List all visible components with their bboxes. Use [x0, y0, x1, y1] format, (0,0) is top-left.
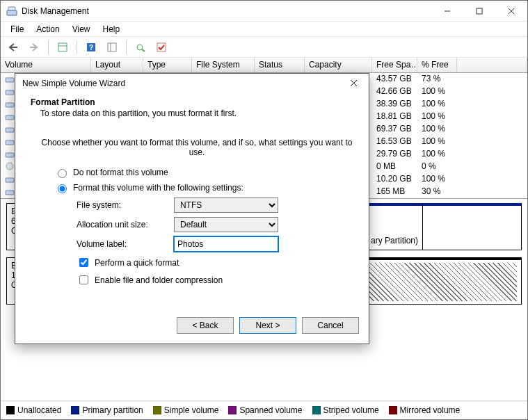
radio-format[interactable]: Format this volume with the following se…: [54, 182, 353, 193]
titlebar: Disk Management: [1, 1, 527, 22]
radio-noformat-input[interactable]: [58, 169, 67, 178]
partition-status: ary Partition): [371, 236, 418, 245]
col-status[interactable]: Status: [255, 58, 305, 72]
toolbar-refresh-icon[interactable]: [132, 40, 149, 55]
filesystem-label: File system:: [77, 200, 174, 210]
window-buttons: [431, 1, 527, 21]
svg-rect-8: [58, 43, 67, 51]
radio-noformat-label: Do not format this volume: [73, 168, 168, 177]
svg-point-14: [137, 45, 143, 50]
allocation-label: Allocation unit size:: [77, 220, 174, 229]
svg-rect-0: [7, 10, 17, 15]
svg-rect-19: [6, 103, 14, 107]
dialog-heading: Format Partition: [31, 97, 353, 107]
allocation-select[interactable]: Default: [174, 217, 278, 232]
dialog-buttons: < Back Next > Cancel: [15, 310, 369, 344]
dialog-body: Format Partition To store data on this p…: [15, 93, 369, 310]
volumelabel-label: Volume label:: [77, 239, 174, 249]
volume-list-header: Volume Layout Type File System Status Ca…: [1, 58, 527, 73]
col-freespace[interactable]: Free Spa…: [372, 58, 417, 72]
svg-rect-20: [6, 115, 14, 120]
toolbar-layout-icon[interactable]: [104, 40, 120, 55]
radio-format-input[interactable]: [58, 184, 67, 193]
dialog-close-button[interactable]: [345, 78, 362, 89]
col-capacity[interactable]: Capacity: [305, 58, 372, 72]
col-filesystem[interactable]: File System: [192, 58, 255, 72]
toolbar-help-icon[interactable]: ?: [83, 40, 99, 55]
menu-view[interactable]: View: [67, 23, 96, 35]
legend-unallocated: Unallocated: [6, 405, 61, 415]
partition[interactable]: [422, 203, 522, 250]
legend-swatch: [312, 406, 321, 414]
col-volume[interactable]: Volume: [1, 58, 91, 72]
next-button[interactable]: Next >: [239, 317, 296, 334]
minimize-button[interactable]: [431, 1, 463, 21]
radio-format-label: Format this volume with the following se…: [73, 183, 243, 193]
legend-mirrored: Mirrored volume: [389, 405, 461, 415]
legend-spanned: Spanned volume: [228, 405, 302, 415]
filesystem-row: File system: NTFS: [77, 197, 353, 213]
legend-swatch: [71, 406, 79, 414]
svg-rect-12: [108, 43, 116, 51]
toolbar-separator: [48, 40, 49, 54]
volumelabel-input[interactable]: [174, 236, 278, 252]
svg-line-15: [142, 49, 145, 51]
menu-help[interactable]: Help: [97, 23, 126, 35]
col-pctfree[interactable]: % Free: [417, 58, 457, 72]
filesystem-select[interactable]: NTFS: [174, 197, 278, 213]
forward-button[interactable]: [26, 40, 42, 55]
compression-label: Enable file and folder compression: [95, 275, 223, 285]
col-layout[interactable]: Layout: [91, 58, 143, 72]
legend-swatch: [153, 406, 161, 414]
compression-checkbox[interactable]: [79, 275, 88, 284]
menubar: File Action View Help: [1, 22, 527, 37]
compression-row[interactable]: Enable file and folder compression: [77, 273, 353, 286]
window-title: Disk Management: [22, 6, 431, 16]
svg-rect-21: [6, 128, 14, 132]
toolbar: ?: [1, 37, 527, 58]
legend-swatch: [6, 406, 15, 414]
menu-file[interactable]: File: [5, 23, 29, 35]
svg-rect-23: [6, 153, 14, 157]
svg-point-24: [6, 163, 13, 170]
svg-rect-25: [6, 178, 14, 182]
svg-rect-16: [157, 43, 166, 51]
new-volume-wizard-dialog: New Simple Volume Wizard Format Partitio…: [15, 73, 369, 344]
radio-noformat[interactable]: Do not format this volume: [54, 167, 353, 178]
legend-swatch: [389, 406, 397, 414]
main-window: Disk Management File Action View Help ? …: [0, 0, 528, 420]
dialog-title: New Simple Volume Wizard: [22, 79, 345, 88]
back-button[interactable]: < Back: [177, 317, 234, 334]
svg-text:?: ?: [89, 44, 93, 51]
back-button[interactable]: [5, 40, 22, 55]
toolbar-separator: [77, 40, 77, 54]
svg-rect-3: [477, 8, 482, 14]
maximize-button[interactable]: [463, 1, 495, 21]
app-icon: [6, 6, 17, 17]
allocation-row: Allocation unit size: Default: [77, 217, 353, 232]
legend-striped: Striped volume: [312, 405, 379, 415]
toolbar-view-icon[interactable]: [54, 40, 71, 55]
quickformat-row[interactable]: Perform a quick format: [77, 256, 353, 269]
cancel-button[interactable]: Cancel: [302, 317, 359, 334]
col-spacer: [457, 58, 527, 72]
col-type[interactable]: Type: [143, 58, 192, 72]
dialog-instruction: Choose whether you want to format this v…: [40, 138, 353, 157]
svg-rect-26: [6, 191, 14, 195]
close-button[interactable]: [495, 1, 527, 21]
svg-rect-1: [8, 7, 15, 10]
toolbar-check-icon[interactable]: [153, 40, 170, 55]
dialog-subheading: To store data on this partition, you mus…: [40, 108, 353, 118]
legend: Unallocated Primary partition Simple vol…: [1, 401, 527, 419]
volumelabel-row: Volume label:: [77, 236, 353, 252]
quickformat-checkbox[interactable]: [79, 258, 88, 267]
legend-primary: Primary partition: [71, 405, 143, 415]
toolbar-separator: [126, 40, 127, 54]
quickformat-label: Perform a quick format: [95, 258, 179, 268]
menu-action[interactable]: Action: [31, 23, 65, 35]
svg-rect-18: [6, 90, 14, 95]
legend-swatch: [228, 406, 237, 414]
svg-rect-17: [6, 78, 14, 82]
legend-simple: Simple volume: [153, 405, 219, 415]
svg-rect-22: [6, 140, 14, 145]
